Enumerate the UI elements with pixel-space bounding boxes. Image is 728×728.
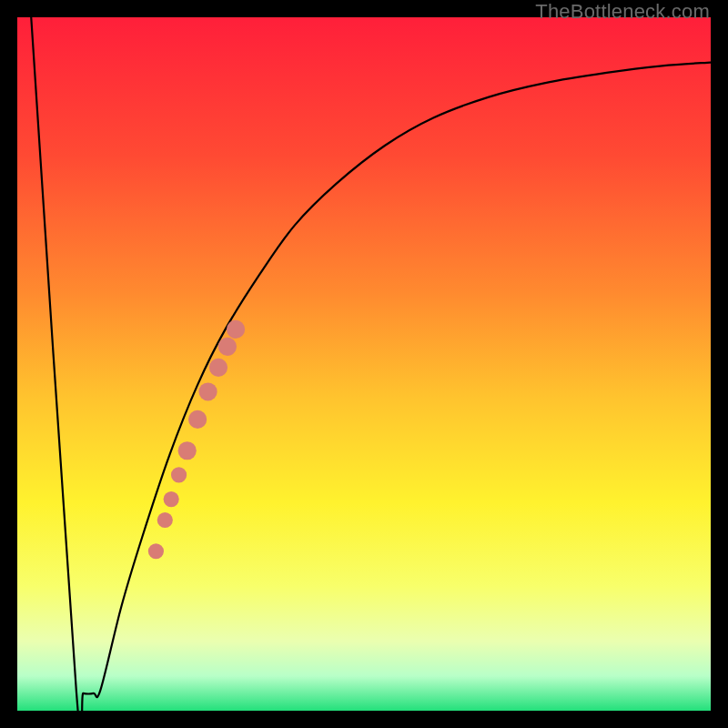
watermark-text: TheBottleneck.com xyxy=(535,0,710,24)
highlight-dot xyxy=(188,410,207,429)
highlight-dot xyxy=(227,320,245,339)
highlight-dot xyxy=(218,338,237,356)
chart-plot-area xyxy=(17,17,711,711)
chart-svg xyxy=(17,17,711,711)
highlight-dot xyxy=(157,512,173,528)
highlight-dot xyxy=(148,543,164,559)
highlight-dot xyxy=(178,441,197,460)
highlight-dot xyxy=(198,382,217,400)
highlight-dot xyxy=(209,359,228,377)
highlight-dot xyxy=(164,491,179,507)
highlight-dot xyxy=(171,467,187,482)
